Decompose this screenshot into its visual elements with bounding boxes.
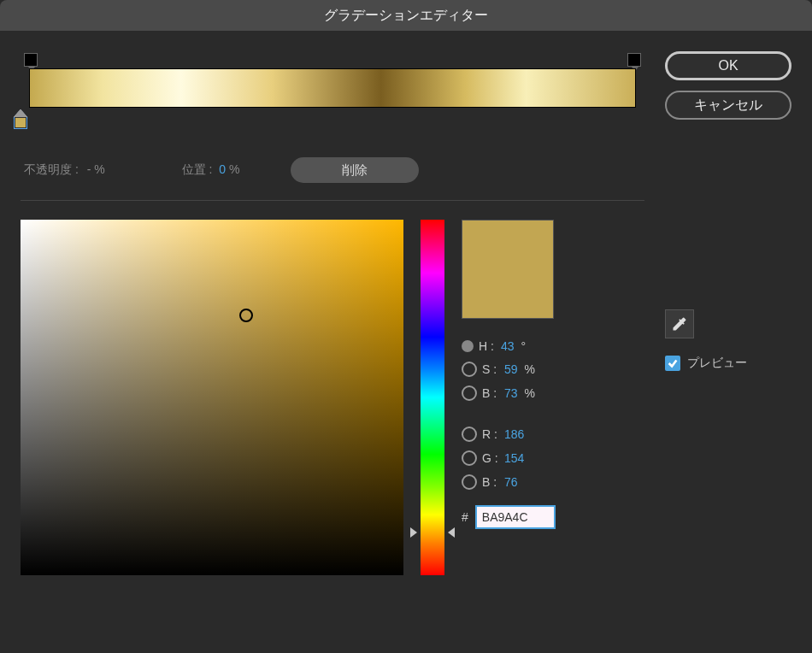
h-value[interactable]: 43 (501, 339, 515, 353)
sb-cursor[interactable] (239, 309, 253, 322)
ok-button[interactable]: OK (665, 51, 791, 80)
hue-pointer-right-icon (448, 527, 455, 538)
color-stop[interactable] (14, 109, 27, 128)
hex-input[interactable] (475, 505, 556, 529)
h-label: H : (479, 339, 496, 353)
g-radio[interactable] (462, 450, 477, 466)
s-value[interactable]: 59 (504, 362, 518, 376)
r-label: R : (482, 427, 499, 441)
gradient-editor[interactable] (21, 46, 644, 140)
delete-button[interactable]: 削除 (291, 157, 419, 183)
sat-radio[interactable] (462, 362, 477, 377)
opacity-stop[interactable] (24, 53, 38, 67)
preview-checkbox[interactable] (665, 356, 680, 371)
position-label: 位置 : (182, 162, 213, 176)
gradient-bar[interactable] (29, 68, 636, 108)
b2-value[interactable]: 76 (504, 475, 518, 489)
r-radio[interactable] (462, 427, 477, 442)
hue-pointer-left-icon (410, 527, 417, 538)
g-label: G : (482, 451, 499, 465)
hex-hash: # (462, 510, 468, 524)
opacity-stop[interactable] (627, 53, 641, 67)
bri-radio[interactable] (462, 385, 477, 401)
position-value[interactable]: 0 (219, 162, 226, 176)
hue-radio[interactable] (462, 340, 474, 352)
s-unit: % (525, 362, 535, 376)
b2-radio[interactable] (462, 474, 477, 490)
cancel-button[interactable]: キャンセル (665, 91, 791, 120)
position-unit: % (229, 162, 239, 176)
opacity-label: 不透明度 : (24, 162, 79, 176)
b2-label: B : (482, 475, 499, 489)
b-value[interactable]: 73 (504, 386, 518, 400)
b-label: B : (482, 386, 499, 400)
eyedropper-icon (671, 315, 688, 332)
hue-slider[interactable] (421, 220, 444, 575)
eyedropper-button[interactable] (665, 309, 694, 338)
preview-checkbox-row[interactable]: プレビュー (665, 356, 747, 371)
preview-label: プレビュー (687, 356, 747, 371)
h-unit: ° (521, 339, 527, 353)
r-value[interactable]: 186 (504, 427, 524, 441)
check-icon (667, 357, 679, 369)
dialog-title: グラデーションエディター (0, 0, 812, 31)
current-color-swatch (462, 220, 554, 319)
g-value[interactable]: 154 (504, 451, 524, 465)
opacity-value: - % (87, 162, 105, 176)
s-label: S : (482, 362, 499, 376)
saturation-brightness-field[interactable] (21, 220, 403, 575)
b-unit: % (525, 386, 535, 400)
